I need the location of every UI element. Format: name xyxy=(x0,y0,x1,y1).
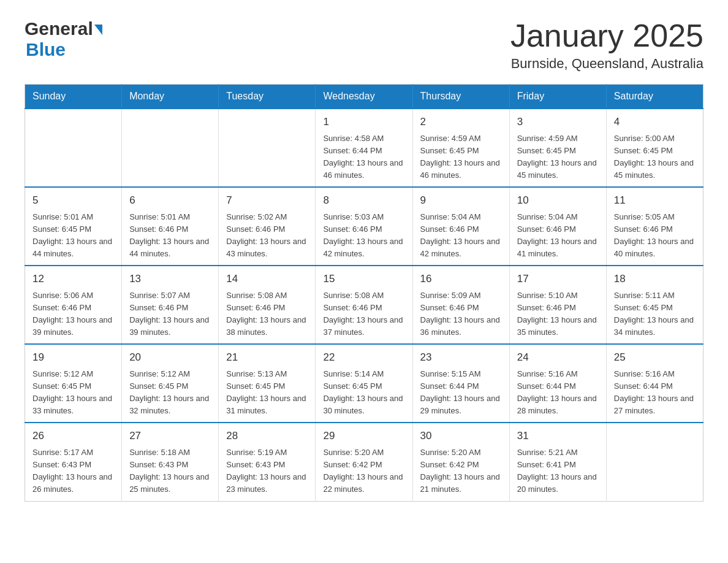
calendar-cell: 3Sunrise: 4:59 AM Sunset: 6:45 PM Daylig… xyxy=(509,109,606,187)
day-number: 8 xyxy=(323,193,404,209)
day-info: Sunrise: 5:03 AM Sunset: 6:46 PM Dayligh… xyxy=(323,211,404,261)
day-number: 23 xyxy=(420,350,502,366)
day-info: Sunrise: 5:01 AM Sunset: 6:46 PM Dayligh… xyxy=(129,211,211,261)
day-info: Sunrise: 5:17 AM Sunset: 6:43 PM Dayligh… xyxy=(32,446,114,496)
calendar-cell: 7Sunrise: 5:02 AM Sunset: 6:46 PM Daylig… xyxy=(219,187,316,266)
day-info: Sunrise: 5:14 AM Sunset: 6:45 PM Dayligh… xyxy=(323,368,404,418)
calendar-cell xyxy=(606,423,703,501)
calendar-cell: 2Sunrise: 4:59 AM Sunset: 6:45 PM Daylig… xyxy=(412,109,509,187)
calendar-cell: 15Sunrise: 5:08 AM Sunset: 6:46 PM Dayli… xyxy=(316,266,412,344)
calendar-cell: 21Sunrise: 5:13 AM Sunset: 6:45 PM Dayli… xyxy=(219,344,316,423)
day-number: 26 xyxy=(32,428,114,444)
calendar-cell xyxy=(122,109,219,187)
calendar-cell: 8Sunrise: 5:03 AM Sunset: 6:46 PM Daylig… xyxy=(316,187,412,266)
day-number: 14 xyxy=(226,271,308,287)
day-info: Sunrise: 5:08 AM Sunset: 6:46 PM Dayligh… xyxy=(323,289,404,339)
weekday-header-thursday: Thursday xyxy=(412,85,509,109)
day-number: 7 xyxy=(226,193,308,209)
day-number: 18 xyxy=(614,271,696,287)
day-number: 3 xyxy=(517,114,599,130)
day-number: 22 xyxy=(323,350,404,366)
calendar-cell: 30Sunrise: 5:20 AM Sunset: 6:42 PM Dayli… xyxy=(412,423,509,501)
day-number: 21 xyxy=(226,350,308,366)
calendar-cell: 5Sunrise: 5:01 AM Sunset: 6:45 PM Daylig… xyxy=(25,187,122,266)
day-info: Sunrise: 5:10 AM Sunset: 6:46 PM Dayligh… xyxy=(517,289,599,339)
calendar-cell: 13Sunrise: 5:07 AM Sunset: 6:46 PM Dayli… xyxy=(122,266,219,344)
day-number: 9 xyxy=(420,193,502,209)
day-info: Sunrise: 5:04 AM Sunset: 6:46 PM Dayligh… xyxy=(420,211,502,261)
logo: General Blue xyxy=(25,18,102,60)
calendar-header: SundayMondayTuesdayWednesdayThursdayFrid… xyxy=(25,85,703,109)
day-number: 17 xyxy=(517,271,599,287)
calendar-week-5: 26Sunrise: 5:17 AM Sunset: 6:43 PM Dayli… xyxy=(25,423,703,501)
day-number: 5 xyxy=(32,193,114,209)
calendar-cell xyxy=(219,109,316,187)
day-number: 28 xyxy=(226,428,308,444)
day-info: Sunrise: 5:00 AM Sunset: 6:45 PM Dayligh… xyxy=(614,132,696,182)
day-number: 1 xyxy=(323,114,404,130)
day-number: 4 xyxy=(614,114,696,130)
day-info: Sunrise: 5:08 AM Sunset: 6:46 PM Dayligh… xyxy=(226,289,308,339)
calendar-cell: 27Sunrise: 5:18 AM Sunset: 6:43 PM Dayli… xyxy=(122,423,219,501)
day-number: 24 xyxy=(517,350,599,366)
day-info: Sunrise: 5:20 AM Sunset: 6:42 PM Dayligh… xyxy=(323,446,404,496)
calendar-cell: 20Sunrise: 5:12 AM Sunset: 6:45 PM Dayli… xyxy=(122,344,219,423)
day-number: 2 xyxy=(420,114,502,130)
weekday-header-tuesday: Tuesday xyxy=(219,85,316,109)
calendar-week-1: 1Sunrise: 4:58 AM Sunset: 6:44 PM Daylig… xyxy=(25,109,703,187)
day-number: 16 xyxy=(420,271,502,287)
day-info: Sunrise: 5:21 AM Sunset: 6:41 PM Dayligh… xyxy=(517,446,599,496)
day-number: 15 xyxy=(323,271,404,287)
day-info: Sunrise: 4:59 AM Sunset: 6:45 PM Dayligh… xyxy=(420,132,502,182)
calendar-cell: 17Sunrise: 5:10 AM Sunset: 6:46 PM Dayli… xyxy=(509,266,606,344)
day-info: Sunrise: 5:12 AM Sunset: 6:45 PM Dayligh… xyxy=(32,368,114,418)
calendar-cell: 16Sunrise: 5:09 AM Sunset: 6:46 PM Dayli… xyxy=(412,266,509,344)
header-row: SundayMondayTuesdayWednesdayThursdayFrid… xyxy=(25,85,703,109)
weekday-header-monday: Monday xyxy=(122,85,219,109)
day-number: 6 xyxy=(129,193,211,209)
calendar-cell: 23Sunrise: 5:15 AM Sunset: 6:44 PM Dayli… xyxy=(412,344,509,423)
calendar-cell: 22Sunrise: 5:14 AM Sunset: 6:45 PM Dayli… xyxy=(316,344,412,423)
calendar-cell: 18Sunrise: 5:11 AM Sunset: 6:45 PM Dayli… xyxy=(606,266,703,344)
calendar-cell: 25Sunrise: 5:16 AM Sunset: 6:44 PM Dayli… xyxy=(606,344,703,423)
day-info: Sunrise: 5:09 AM Sunset: 6:46 PM Dayligh… xyxy=(420,289,502,339)
calendar-cell xyxy=(25,109,122,187)
calendar-cell: 14Sunrise: 5:08 AM Sunset: 6:46 PM Dayli… xyxy=(219,266,316,344)
day-info: Sunrise: 5:19 AM Sunset: 6:43 PM Dayligh… xyxy=(226,446,308,496)
day-info: Sunrise: 5:04 AM Sunset: 6:46 PM Dayligh… xyxy=(517,211,599,261)
day-info: Sunrise: 5:05 AM Sunset: 6:46 PM Dayligh… xyxy=(614,211,696,261)
day-info: Sunrise: 5:20 AM Sunset: 6:42 PM Dayligh… xyxy=(420,446,502,496)
calendar-cell: 26Sunrise: 5:17 AM Sunset: 6:43 PM Dayli… xyxy=(25,423,122,501)
calendar-cell: 24Sunrise: 5:16 AM Sunset: 6:44 PM Dayli… xyxy=(509,344,606,423)
calendar-week-3: 12Sunrise: 5:06 AM Sunset: 6:46 PM Dayli… xyxy=(25,266,703,344)
weekday-header-saturday: Saturday xyxy=(606,85,703,109)
calendar-cell: 11Sunrise: 5:05 AM Sunset: 6:46 PM Dayli… xyxy=(606,187,703,266)
calendar-week-4: 19Sunrise: 5:12 AM Sunset: 6:45 PM Dayli… xyxy=(25,344,703,423)
day-number: 31 xyxy=(517,428,599,444)
calendar-cell: 19Sunrise: 5:12 AM Sunset: 6:45 PM Dayli… xyxy=(25,344,122,423)
day-number: 29 xyxy=(323,428,404,444)
subtitle: Burnside, Queensland, Australia xyxy=(510,56,703,72)
day-info: Sunrise: 5:01 AM Sunset: 6:45 PM Dayligh… xyxy=(32,211,114,261)
day-number: 20 xyxy=(129,350,211,366)
weekday-header-friday: Friday xyxy=(509,85,606,109)
day-info: Sunrise: 5:15 AM Sunset: 6:44 PM Dayligh… xyxy=(420,368,502,418)
title-section: January 2025 Burnside, Queensland, Austr… xyxy=(510,18,703,72)
weekday-header-wednesday: Wednesday xyxy=(316,85,412,109)
day-info: Sunrise: 5:02 AM Sunset: 6:46 PM Dayligh… xyxy=(226,211,308,261)
calendar-body: 1Sunrise: 4:58 AM Sunset: 6:44 PM Daylig… xyxy=(25,109,703,501)
day-number: 13 xyxy=(129,271,211,287)
logo-mark: General Blue xyxy=(25,18,102,60)
calendar: SundayMondayTuesdayWednesdayThursdayFrid… xyxy=(25,84,703,501)
calendar-cell: 29Sunrise: 5:20 AM Sunset: 6:42 PM Dayli… xyxy=(316,423,412,501)
day-info: Sunrise: 5:16 AM Sunset: 6:44 PM Dayligh… xyxy=(517,368,599,418)
day-number: 10 xyxy=(517,193,599,209)
calendar-cell: 4Sunrise: 5:00 AM Sunset: 6:45 PM Daylig… xyxy=(606,109,703,187)
calendar-week-2: 5Sunrise: 5:01 AM Sunset: 6:45 PM Daylig… xyxy=(25,187,703,266)
day-number: 27 xyxy=(129,428,211,444)
day-number: 25 xyxy=(614,350,696,366)
day-info: Sunrise: 5:12 AM Sunset: 6:45 PM Dayligh… xyxy=(129,368,211,418)
day-info: Sunrise: 5:16 AM Sunset: 6:44 PM Dayligh… xyxy=(614,368,696,418)
day-info: Sunrise: 5:18 AM Sunset: 6:43 PM Dayligh… xyxy=(129,446,211,496)
day-info: Sunrise: 4:58 AM Sunset: 6:44 PM Dayligh… xyxy=(323,132,404,182)
